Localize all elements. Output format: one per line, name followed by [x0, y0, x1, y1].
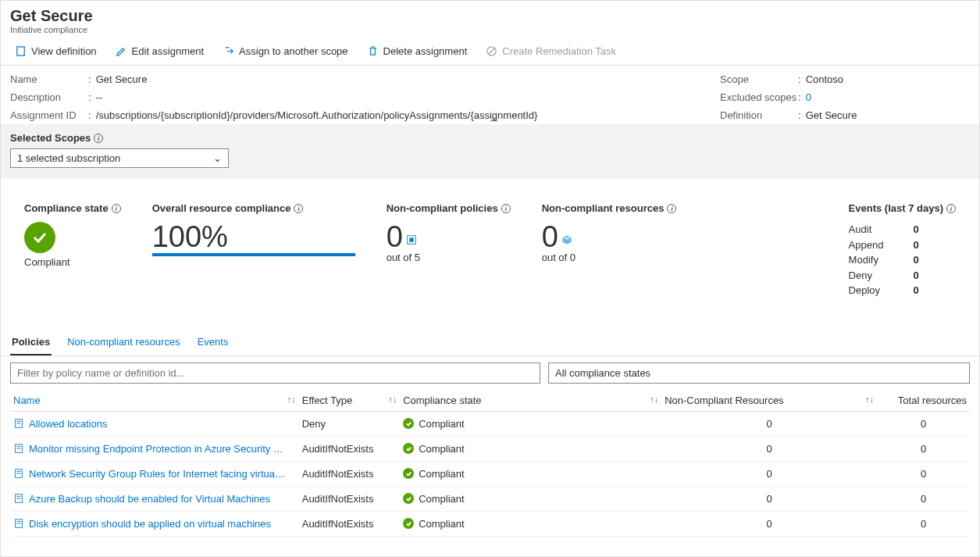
view-definition-button[interactable]: View definition: [7, 41, 105, 62]
excluded-scopes-label: Excluded scopes: [720, 91, 798, 103]
policy-icon: [406, 234, 417, 245]
effect-cell: AuditIfNotExists: [299, 486, 400, 511]
col-name[interactable]: Name↑↓: [10, 390, 299, 412]
noncompliant-cell: 0: [661, 511, 877, 536]
name-label: Name: [10, 73, 88, 85]
compliant-check-icon: [24, 222, 55, 253]
total-cell: 0: [877, 411, 970, 436]
compliance-text: Compliant: [419, 518, 465, 530]
total-cell: 0: [877, 436, 970, 461]
toolbar: View definition Edit assignment Assign t…: [1, 37, 979, 66]
svg-rect-0: [17, 47, 24, 55]
progress-bar: [152, 253, 355, 256]
document-icon: [15, 45, 27, 57]
effect-cell: AuditIfNotExists: [299, 461, 400, 486]
event-value: 0: [913, 222, 918, 237]
policy-link[interactable]: Azure Backup should be enabled for Virtu…: [29, 493, 270, 505]
event-label: Modify: [849, 252, 878, 268]
scopes-dropdown[interactable]: 1 selected subscription ⌄: [10, 148, 229, 168]
noncompliant-policies-stat: Non-compliant policies i 0 out of 5: [387, 202, 511, 298]
event-label: Append: [849, 237, 884, 253]
policy-doc-icon: [13, 493, 24, 504]
description-label: Description: [10, 91, 88, 103]
table-row[interactable]: Network Security Group Rules for Interne…: [10, 461, 970, 486]
info-block: Name:Get Secure Description:-- Assignmen…: [1, 66, 979, 124]
col-noncompliant[interactable]: Non-Compliant Resources↑↓: [661, 390, 877, 412]
pencil-icon: [116, 45, 127, 57]
compliant-icon: [403, 443, 414, 454]
event-label: Deploy: [849, 283, 880, 298]
page-subtitle: Initiative compliance: [10, 25, 970, 34]
policy-doc-icon: [13, 418, 24, 429]
collapse-chevron-icon[interactable]: ︽: [490, 113, 498, 124]
name-value: Get Secure: [96, 73, 148, 85]
definition-value: Get Secure: [806, 109, 857, 121]
event-value: 0: [913, 283, 918, 298]
assign-scope-button[interactable]: Assign to another scope: [215, 41, 355, 62]
excluded-scopes-value[interactable]: 0: [806, 91, 811, 103]
info-icon[interactable]: i: [94, 134, 103, 143]
noncompliant-resources-stat: Non-compliant resources i 0 out of 0: [542, 202, 677, 298]
total-cell: 0: [877, 461, 970, 486]
info-icon[interactable]: i: [667, 204, 676, 213]
effect-cell: AuditIfNotExists: [299, 436, 400, 461]
tab-events[interactable]: Events: [196, 330, 230, 355]
create-remediation-button: Create Remediation Task: [478, 41, 624, 62]
overall-compliance-stat: Overall resource compliance i 100%: [152, 202, 355, 298]
policy-doc-icon: [13, 518, 24, 529]
total-cell: 0: [877, 486, 970, 511]
assignment-id-value: /subscriptions/{subscriptionId}/provider…: [96, 109, 538, 121]
info-icon[interactable]: i: [112, 204, 121, 213]
definition-label: Definition: [720, 109, 798, 121]
policy-link[interactable]: Network Security Group Rules for Interne…: [29, 468, 285, 480]
table-row[interactable]: Azure Backup should be enabled for Virtu…: [10, 486, 970, 511]
scope-label: Scope: [720, 73, 798, 85]
policy-link[interactable]: Disk encryption should be applied on vir…: [29, 518, 271, 530]
policies-table: Name↑↓ Effect Type↑↓ Compliance state↑↓ …: [10, 390, 970, 537]
chevron-down-icon: ⌄: [213, 152, 222, 164]
policy-link[interactable]: Allowed locations: [29, 418, 107, 430]
description-value: --: [96, 91, 103, 103]
compliant-icon: [403, 468, 414, 479]
events-stat: Events (last 7 days) i Audit0Append0Modi…: [849, 202, 956, 298]
table-row[interactable]: Disk encryption should be applied on vir…: [10, 511, 970, 536]
compliance-text: Compliant: [419, 468, 465, 480]
trash-icon: [367, 45, 379, 57]
tab-policies[interactable]: Policies: [10, 330, 52, 355]
noncompliant-cell: 0: [661, 461, 877, 486]
noncompliant-cell: 0: [661, 436, 877, 461]
effect-cell: Deny: [299, 411, 400, 436]
page-title: Get Secure: [10, 7, 970, 25]
compliance-state-dropdown[interactable]: All compliance states: [548, 362, 970, 384]
delete-assignment-button[interactable]: Delete assignment: [359, 41, 476, 62]
policy-link[interactable]: Monitor missing Endpoint Protection in A…: [29, 443, 283, 455]
tab-noncompliant-resources[interactable]: Non-compliant resources: [66, 330, 182, 355]
cube-icon: [561, 234, 572, 245]
info-icon[interactable]: i: [946, 204, 956, 213]
compliant-icon: [403, 493, 414, 504]
col-effect[interactable]: Effect Type↑↓: [299, 390, 400, 412]
compliant-icon: [403, 518, 414, 529]
table-row[interactable]: Monitor missing Endpoint Protection in A…: [10, 436, 970, 461]
scopes-band: Selected Scopes i 1 selected subscriptio…: [1, 124, 979, 179]
compliance-text: Compliant: [419, 418, 465, 430]
wrench-icon: [486, 45, 497, 57]
total-cell: 0: [877, 511, 970, 536]
info-icon[interactable]: i: [501, 204, 511, 213]
table-row[interactable]: Allowed locationsDenyCompliant00: [10, 411, 970, 436]
col-state[interactable]: Compliance state↑↓: [400, 390, 661, 412]
event-label: Deny: [849, 268, 872, 284]
compliant-icon: [403, 418, 414, 429]
info-icon[interactable]: i: [294, 204, 303, 213]
event-value: 0: [913, 268, 918, 284]
compliance-text: Compliant: [419, 443, 465, 455]
assignment-id-label: Assignment ID: [10, 109, 88, 121]
col-total[interactable]: Total resources: [877, 390, 970, 412]
edit-assignment-button[interactable]: Edit assignment: [108, 41, 212, 62]
compliance-state-stat: Compliance state i Compliant: [24, 202, 121, 298]
policy-filter-input[interactable]: [10, 362, 540, 384]
event-value: 0: [913, 237, 918, 253]
noncompliant-cell: 0: [661, 486, 877, 511]
compliance-text: Compliant: [419, 493, 465, 505]
svg-rect-3: [409, 237, 413, 241]
